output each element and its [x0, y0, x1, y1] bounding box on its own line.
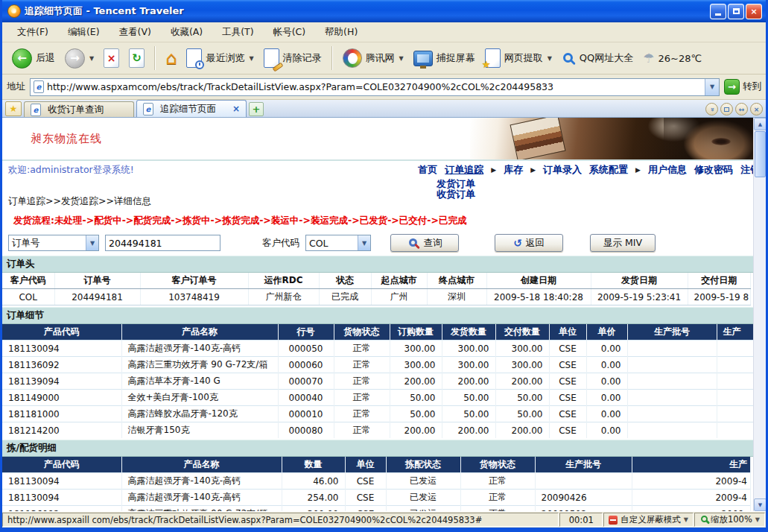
tencent-site-button[interactable]: 腾讯网 ▼	[339, 46, 407, 70]
capture-screen-button[interactable]: 捕捉屏幕	[410, 48, 479, 69]
select-dropdown-icon[interactable]: ▼	[86, 235, 98, 250]
new-tab-button[interactable]: +	[249, 102, 264, 116]
forward-button[interactable]: → ▼	[61, 46, 98, 71]
order-detail-section-title: 订单细节	[2, 307, 766, 324]
go-button[interactable]: → 转到	[724, 79, 761, 95]
show-miv-button[interactable]: 显示 MIV	[590, 234, 656, 252]
menu-tools[interactable]: 工具(T)	[213, 24, 262, 41]
clear-icon	[264, 48, 279, 68]
address-input[interactable]: e http://www.aspxamcom/ebs/track/TrackDe…	[30, 78, 720, 96]
table-cell: 300.00	[390, 357, 442, 373]
column-header: 交付数量	[495, 324, 549, 341]
nav-inventory[interactable]: 库存	[504, 163, 523, 177]
select-dropdown-icon[interactable]: ▼	[358, 235, 370, 250]
table-cell: 181130094	[2, 341, 121, 357]
close-button[interactable]: ×	[746, 4, 762, 19]
stop-button[interactable]: ×	[100, 46, 123, 70]
forward-dropdown-icon[interactable]: ▼	[89, 55, 94, 62]
recent-history-button[interactable]: 最近浏览 ▼	[183, 46, 257, 70]
column-header: 产品代码	[2, 324, 121, 341]
nav-arrow-icon: ▶	[530, 166, 536, 174]
table-cell	[627, 341, 717, 357]
home-button[interactable]: ⌂	[162, 47, 180, 69]
table-cell: 300.00	[390, 341, 442, 357]
table-cell	[535, 473, 632, 490]
order-tracking-submenu: 发货订单 收货订单	[433, 179, 479, 200]
close-tab-button[interactable]: ×	[750, 103, 763, 115]
column-header: 起点城市	[371, 273, 427, 289]
block-mode-control[interactable]: 自定义屏蔽模式 ▼	[603, 513, 694, 527]
vertical-scrollbar[interactable]: ▲ ▼	[753, 118, 766, 511]
table-row: 181130094高露洁超强牙膏-140克-高钙000050正常300.0030…	[2, 341, 753, 357]
table-cell: 2009-5-19 5:23:41	[591, 289, 688, 305]
menu-favorites[interactable]: 收藏(A)	[162, 24, 212, 41]
restore-tab-button[interactable]	[720, 103, 733, 115]
nav-order-entry[interactable]: 订单录入	[543, 163, 582, 177]
table-cell: 2009-4	[632, 490, 751, 506]
minimize-button[interactable]	[710, 4, 726, 19]
subnav-receive-order[interactable]: 收货订单	[433, 189, 479, 200]
table-cell: CSE	[549, 357, 586, 373]
site-banner: 昶东物流在线	[2, 118, 766, 161]
refresh-button[interactable]: ↻	[125, 46, 148, 70]
column-header: 客户订单号	[140, 273, 248, 289]
address-url[interactable]: http://www.aspxamcom/ebs/track/TrackDeta…	[47, 81, 705, 92]
zoom-dropdown-icon[interactable]: ▼	[755, 516, 760, 523]
order-no-input[interactable]	[105, 235, 220, 251]
extract-dropdown-icon[interactable]: ▼	[548, 55, 552, 62]
recent-dropdown-icon[interactable]: ▼	[249, 55, 253, 62]
nav-home[interactable]: 首页	[418, 163, 437, 177]
block-mode-dropdown-icon[interactable]: ▼	[684, 516, 688, 523]
customer-code-select[interactable]: COL ▼	[305, 235, 371, 251]
order-field-select[interactable]: 订单号 ▼	[8, 235, 99, 251]
subnav-ship-order[interactable]: 发货订单	[433, 179, 479, 189]
browser-window: 追踪细节页面 - Tencent Traveler × 文件(F) 编辑(E) …	[0, 0, 768, 532]
banner-photo	[470, 118, 753, 159]
nav-system-config[interactable]: 系统配置	[589, 163, 628, 177]
favorites-button[interactable]: ★	[5, 101, 22, 116]
zoom-control[interactable]: 缩放100% ▼	[694, 513, 765, 527]
expand-tabs-button[interactable]: ↔	[735, 103, 748, 115]
miv-label: 显示 MIV	[603, 237, 642, 250]
weather-icon: ☂	[643, 52, 654, 65]
menu-help[interactable]: 帮助(H)	[316, 24, 366, 41]
maximize-button[interactable]	[728, 4, 744, 19]
tencent-dropdown-icon[interactable]: ▼	[399, 55, 404, 62]
tab-list-button[interactable]: «	[705, 103, 718, 115]
column-header: 货物状态	[460, 457, 535, 473]
table-cell: 0.00	[586, 373, 627, 390]
table-cell	[717, 406, 753, 422]
nav-user-info[interactable]: 用户信息	[648, 163, 687, 177]
column-header: 数量	[282, 457, 345, 473]
return-button[interactable]: ↺ 返回	[495, 234, 563, 252]
tab-track-detail[interactable]: e 追踪细节页面 ×	[136, 100, 247, 117]
search-button[interactable]: 查询	[390, 234, 459, 252]
clear-history-button[interactable]: 清除记录	[260, 46, 326, 70]
nav-order-tracking[interactable]: 订单追踪	[445, 163, 483, 177]
scroll-up-icon[interactable]: ▲	[754, 118, 766, 130]
customer-code-label: 客户代码	[262, 237, 299, 250]
web-extract-button[interactable]: ★ 网页提取 ▼	[481, 46, 556, 70]
column-header: 创建日期	[486, 273, 591, 289]
scrollbar-thumb[interactable]	[755, 131, 766, 177]
menu-account[interactable]: 帐号(C)	[264, 24, 314, 41]
address-dropdown-icon[interactable]: ▼	[705, 79, 719, 95]
scroll-down-icon[interactable]: ▼	[754, 498, 766, 511]
back-button[interactable]: ← 后退	[8, 46, 59, 71]
tab-close-icon[interactable]: ×	[232, 104, 240, 114]
menu-view[interactable]: 查看(V)	[110, 24, 160, 41]
menu-file[interactable]: 文件(F)	[8, 24, 57, 41]
menu-edit[interactable]: 编辑(E)	[59, 24, 109, 41]
block-mode-label: 自定义屏蔽模式	[621, 514, 681, 525]
tab-receive-order-query[interactable]: e 收货订单查询	[24, 101, 134, 117]
table-cell: 高露洁超强牙膏-140克-高钙	[121, 341, 278, 357]
column-header: 生产批号	[535, 457, 632, 473]
table-cell: CSE	[345, 473, 386, 490]
tencent-label: 腾讯网	[366, 51, 395, 65]
table-cell: 181181000	[2, 406, 121, 422]
qq-nav-button[interactable]: QQ网址大全	[558, 49, 637, 68]
table-cell	[627, 406, 717, 422]
nav-change-password[interactable]: 修改密码	[694, 163, 733, 177]
weather-widget[interactable]: ☂ 26~28℃	[639, 50, 705, 67]
table-cell: 200.00	[495, 373, 549, 390]
